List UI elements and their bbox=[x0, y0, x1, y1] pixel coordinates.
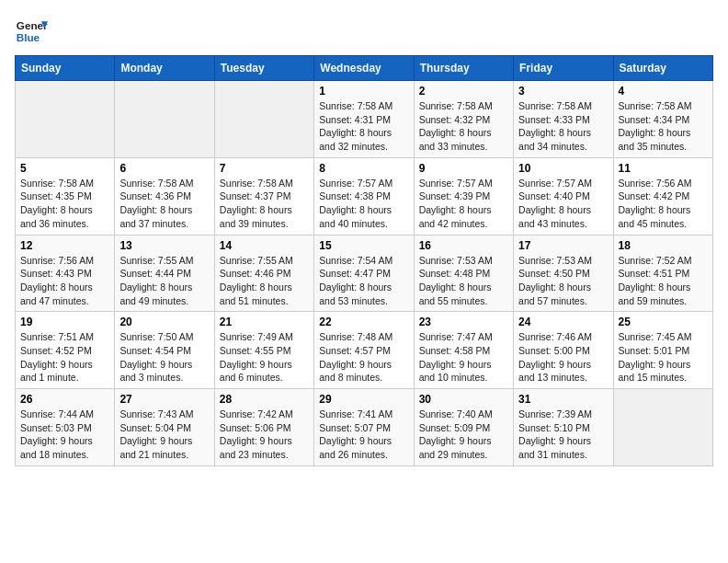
calendar-week-4: 19Sunrise: 7:51 AM Sunset: 4:52 PM Dayli… bbox=[16, 312, 713, 389]
day-info: Sunrise: 7:49 AM Sunset: 4:55 PM Dayligh… bbox=[220, 330, 309, 385]
calendar-week-2: 5Sunrise: 7:58 AM Sunset: 4:35 PM Daylig… bbox=[16, 157, 713, 235]
day-info: Sunrise: 7:57 AM Sunset: 4:39 PM Dayligh… bbox=[419, 177, 508, 231]
calendar-cell: 23Sunrise: 7:47 AM Sunset: 4:58 PM Dayli… bbox=[414, 312, 513, 389]
day-number: 31 bbox=[518, 393, 608, 406]
day-number: 14 bbox=[220, 239, 309, 252]
weekday-header-monday: Monday bbox=[115, 56, 214, 81]
weekday-header-thursday: Thursday bbox=[414, 56, 513, 81]
calendar-cell: 19Sunrise: 7:51 AM Sunset: 4:52 PM Dayli… bbox=[16, 312, 115, 389]
weekday-header-wednesday: Wednesday bbox=[314, 56, 414, 81]
calendar-cell: 3Sunrise: 7:58 AM Sunset: 4:33 PM Daylig… bbox=[514, 81, 613, 158]
day-info: Sunrise: 7:52 AM Sunset: 4:51 PM Dayligh… bbox=[619, 254, 708, 308]
calendar-cell: 14Sunrise: 7:55 AM Sunset: 4:46 PM Dayli… bbox=[214, 235, 313, 312]
calendar-cell bbox=[613, 389, 712, 466]
day-number: 29 bbox=[319, 393, 408, 406]
day-info: Sunrise: 7:58 AM Sunset: 4:36 PM Dayligh… bbox=[119, 177, 209, 231]
day-number: 10 bbox=[518, 162, 608, 175]
day-info: Sunrise: 7:45 AM Sunset: 5:01 PM Dayligh… bbox=[619, 330, 708, 385]
day-info: Sunrise: 7:58 AM Sunset: 4:33 PM Dayligh… bbox=[518, 99, 608, 154]
day-number: 3 bbox=[518, 85, 608, 98]
calendar-cell bbox=[214, 81, 313, 158]
day-info: Sunrise: 7:53 AM Sunset: 4:48 PM Dayligh… bbox=[419, 254, 508, 308]
day-number: 7 bbox=[220, 162, 309, 175]
day-number: 28 bbox=[220, 393, 309, 406]
calendar-cell: 6Sunrise: 7:58 AM Sunset: 4:36 PM Daylig… bbox=[115, 157, 214, 235]
day-number: 26 bbox=[20, 393, 109, 406]
calendar-cell: 2Sunrise: 7:58 AM Sunset: 4:32 PM Daylig… bbox=[414, 81, 513, 158]
day-number: 16 bbox=[419, 239, 508, 252]
calendar-week-1: 1Sunrise: 7:58 AM Sunset: 4:31 PM Daylig… bbox=[16, 81, 713, 158]
day-number: 13 bbox=[119, 239, 209, 252]
day-info: Sunrise: 7:53 AM Sunset: 4:50 PM Dayligh… bbox=[518, 254, 608, 308]
day-info: Sunrise: 7:56 AM Sunset: 4:43 PM Dayligh… bbox=[20, 254, 109, 308]
day-info: Sunrise: 7:54 AM Sunset: 4:47 PM Dayligh… bbox=[319, 254, 408, 308]
day-number: 18 bbox=[619, 239, 708, 252]
calendar-cell: 11Sunrise: 7:56 AM Sunset: 4:42 PM Dayli… bbox=[613, 157, 712, 235]
calendar-cell: 24Sunrise: 7:46 AM Sunset: 5:00 PM Dayli… bbox=[514, 312, 613, 389]
day-info: Sunrise: 7:51 AM Sunset: 4:52 PM Dayligh… bbox=[20, 330, 109, 385]
logo-icon: General Blue bbox=[15, 15, 48, 48]
day-info: Sunrise: 7:50 AM Sunset: 4:54 PM Dayligh… bbox=[119, 330, 209, 385]
calendar-cell: 4Sunrise: 7:58 AM Sunset: 4:34 PM Daylig… bbox=[613, 81, 712, 158]
day-info: Sunrise: 7:42 AM Sunset: 5:06 PM Dayligh… bbox=[220, 408, 309, 462]
day-info: Sunrise: 7:57 AM Sunset: 4:40 PM Dayligh… bbox=[518, 177, 608, 231]
calendar-cell: 15Sunrise: 7:54 AM Sunset: 4:47 PM Dayli… bbox=[314, 235, 414, 312]
calendar-cell: 25Sunrise: 7:45 AM Sunset: 5:01 PM Dayli… bbox=[613, 312, 712, 389]
calendar-cell: 13Sunrise: 7:55 AM Sunset: 4:44 PM Dayli… bbox=[115, 235, 214, 312]
day-info: Sunrise: 7:58 AM Sunset: 4:34 PM Dayligh… bbox=[619, 99, 708, 154]
calendar-cell: 30Sunrise: 7:40 AM Sunset: 5:09 PM Dayli… bbox=[414, 389, 513, 466]
calendar-cell: 26Sunrise: 7:44 AM Sunset: 5:03 PM Dayli… bbox=[16, 389, 115, 466]
page-header: General Blue bbox=[15, 15, 713, 48]
day-info: Sunrise: 7:44 AM Sunset: 5:03 PM Dayligh… bbox=[20, 408, 109, 462]
day-info: Sunrise: 7:55 AM Sunset: 4:46 PM Dayligh… bbox=[220, 254, 309, 308]
calendar-cell bbox=[115, 81, 214, 158]
logo: General Blue bbox=[15, 15, 51, 48]
day-number: 12 bbox=[20, 239, 109, 252]
calendar-cell: 8Sunrise: 7:57 AM Sunset: 4:38 PM Daylig… bbox=[314, 157, 414, 235]
calendar-cell: 1Sunrise: 7:58 AM Sunset: 4:31 PM Daylig… bbox=[314, 81, 414, 158]
calendar-cell: 18Sunrise: 7:52 AM Sunset: 4:51 PM Dayli… bbox=[613, 235, 712, 312]
day-number: 19 bbox=[20, 316, 109, 328]
day-info: Sunrise: 7:57 AM Sunset: 4:38 PM Dayligh… bbox=[319, 177, 408, 231]
day-number: 25 bbox=[619, 316, 708, 328]
calendar-cell: 12Sunrise: 7:56 AM Sunset: 4:43 PM Dayli… bbox=[16, 235, 115, 312]
calendar-cell: 21Sunrise: 7:49 AM Sunset: 4:55 PM Dayli… bbox=[214, 312, 313, 389]
day-info: Sunrise: 7:43 AM Sunset: 5:04 PM Dayligh… bbox=[119, 408, 209, 462]
day-info: Sunrise: 7:41 AM Sunset: 5:07 PM Dayligh… bbox=[319, 408, 408, 462]
weekday-header-tuesday: Tuesday bbox=[214, 56, 313, 81]
day-info: Sunrise: 7:47 AM Sunset: 4:58 PM Dayligh… bbox=[419, 330, 508, 385]
day-number: 23 bbox=[419, 316, 508, 328]
calendar-cell: 28Sunrise: 7:42 AM Sunset: 5:06 PM Dayli… bbox=[214, 389, 313, 466]
calendar-cell: 10Sunrise: 7:57 AM Sunset: 4:40 PM Dayli… bbox=[514, 157, 613, 235]
day-info: Sunrise: 7:58 AM Sunset: 4:37 PM Dayligh… bbox=[220, 177, 309, 231]
day-number: 21 bbox=[220, 316, 309, 328]
weekday-header-saturday: Saturday bbox=[613, 56, 712, 81]
day-number: 9 bbox=[419, 162, 508, 175]
day-info: Sunrise: 7:58 AM Sunset: 4:35 PM Dayligh… bbox=[20, 177, 109, 231]
day-number: 15 bbox=[319, 239, 408, 252]
calendar-cell: 16Sunrise: 7:53 AM Sunset: 4:48 PM Dayli… bbox=[414, 235, 513, 312]
day-number: 20 bbox=[119, 316, 209, 328]
calendar-cell: 31Sunrise: 7:39 AM Sunset: 5:10 PM Dayli… bbox=[514, 389, 613, 466]
day-info: Sunrise: 7:55 AM Sunset: 4:44 PM Dayligh… bbox=[119, 254, 209, 308]
calendar-cell: 17Sunrise: 7:53 AM Sunset: 4:50 PM Dayli… bbox=[514, 235, 613, 312]
calendar-cell: 7Sunrise: 7:58 AM Sunset: 4:37 PM Daylig… bbox=[214, 157, 313, 235]
calendar-week-3: 12Sunrise: 7:56 AM Sunset: 4:43 PM Dayli… bbox=[16, 235, 713, 312]
day-info: Sunrise: 7:46 AM Sunset: 5:00 PM Dayligh… bbox=[518, 330, 608, 385]
calendar-cell: 22Sunrise: 7:48 AM Sunset: 4:57 PM Dayli… bbox=[314, 312, 414, 389]
svg-text:Blue: Blue bbox=[17, 31, 40, 43]
day-info: Sunrise: 7:39 AM Sunset: 5:10 PM Dayligh… bbox=[518, 408, 608, 462]
day-info: Sunrise: 7:58 AM Sunset: 4:31 PM Dayligh… bbox=[319, 99, 408, 154]
day-info: Sunrise: 7:40 AM Sunset: 5:09 PM Dayligh… bbox=[419, 408, 508, 462]
weekday-header-friday: Friday bbox=[514, 56, 613, 81]
calendar-cell bbox=[16, 81, 115, 158]
day-number: 17 bbox=[518, 239, 608, 252]
day-number: 30 bbox=[419, 393, 508, 406]
day-number: 8 bbox=[319, 162, 408, 175]
weekday-row: SundayMondayTuesdayWednesdayThursdayFrid… bbox=[16, 56, 713, 81]
calendar-cell: 5Sunrise: 7:58 AM Sunset: 4:35 PM Daylig… bbox=[16, 157, 115, 235]
day-info: Sunrise: 7:48 AM Sunset: 4:57 PM Dayligh… bbox=[319, 330, 408, 385]
day-number: 27 bbox=[119, 393, 209, 406]
day-info: Sunrise: 7:56 AM Sunset: 4:42 PM Dayligh… bbox=[619, 177, 708, 231]
calendar-week-5: 26Sunrise: 7:44 AM Sunset: 5:03 PM Dayli… bbox=[16, 389, 713, 466]
